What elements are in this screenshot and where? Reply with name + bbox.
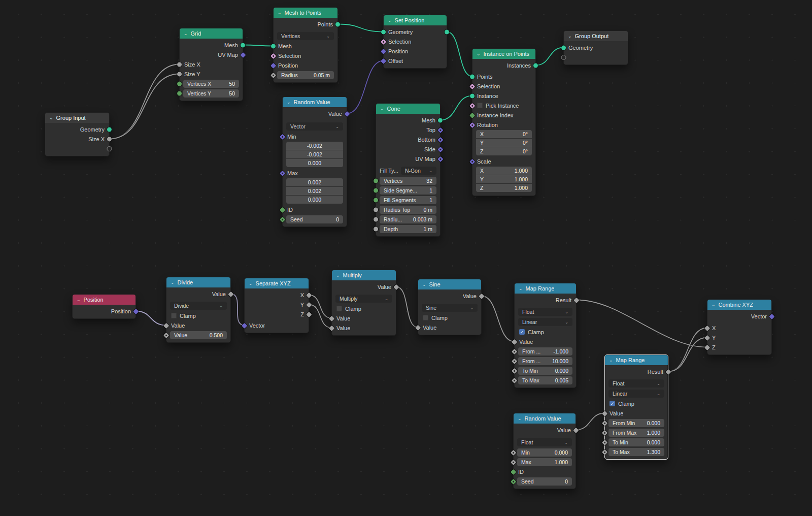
node-pos[interactable]: ⌄PositionPosition — [72, 294, 136, 319]
node-header[interactable]: ⌄Group Output — [564, 31, 628, 41]
node-header[interactable]: ⌄Mesh to Points — [274, 8, 337, 18]
float-socket[interactable] — [177, 62, 182, 67]
virtual-socket[interactable] — [107, 146, 112, 151]
geo-socket[interactable] — [438, 118, 443, 122]
mr1-fmax-field[interactable]: From ...10.000 — [518, 357, 572, 365]
int-socket[interactable] — [469, 112, 475, 118]
stack-field[interactable]: Z0° — [476, 147, 532, 155]
float-socket[interactable] — [163, 322, 169, 328]
int-socket[interactable] — [280, 207, 285, 212]
vec-socket[interactable] — [469, 158, 475, 164]
mr2-clamp-checkbox[interactable]: ✓ — [610, 401, 615, 406]
stack-field[interactable]: 0.002 — [286, 187, 343, 195]
node-cxyz[interactable]: ⌄Combine XYZVectorXYZ — [707, 299, 772, 355]
stack-field[interactable]: 0.000 — [286, 196, 343, 204]
stack-field[interactable]: Y1.000 — [476, 175, 532, 183]
stack-field[interactable]: 0.002 — [286, 178, 343, 186]
stack-field[interactable]: -0.002 — [286, 142, 343, 150]
node-cone[interactable]: ⌄ConeMeshTopBottomSideUV MapFill Ty...N-… — [376, 103, 441, 237]
geo-socket[interactable] — [335, 22, 340, 26]
node-header[interactable]: ⌄Set Position — [384, 15, 447, 25]
mr1-tmax-field[interactable]: To Max0.005 — [518, 376, 572, 384]
mul-op-dropdown[interactable]: Multiply⌄ — [335, 295, 392, 303]
node-header[interactable]: ⌄Separate XYZ — [245, 278, 309, 288]
vec-socket[interactable] — [133, 308, 139, 314]
float-socket[interactable] — [374, 227, 378, 231]
int-socket[interactable] — [511, 478, 516, 484]
float-socket[interactable] — [512, 368, 517, 373]
mr1-interp-dropdown[interactable]: Linear⌄ — [518, 318, 572, 326]
float-socket[interactable] — [704, 335, 710, 340]
node-header[interactable]: ⌄Map Range — [605, 355, 668, 365]
node-sine[interactable]: ⌄SineValueSine⌄ClampValue — [418, 279, 482, 335]
stack-field[interactable]: X0° — [476, 130, 532, 138]
mr1-tmin-field[interactable]: To Min0.000 — [518, 367, 572, 375]
node-grid[interactable]: ⌄GridMeshUV MapSize XSize YVertices X50V… — [179, 28, 243, 101]
virtual-socket[interactable] — [561, 55, 566, 60]
sine-clamp-checkbox[interactable] — [423, 315, 428, 320]
node-header[interactable]: ⌄Multiply — [332, 270, 396, 280]
int-socket[interactable] — [374, 178, 378, 183]
float-socket[interactable] — [479, 293, 484, 299]
rv2-min-field[interactable]: Min0.000 — [517, 448, 572, 457]
node-header[interactable]: ⌄Grid — [180, 28, 243, 39]
node-header[interactable]: ⌄Divide — [166, 277, 230, 287]
cone-rbot-field[interactable]: Radiu...0.003 m — [380, 215, 436, 223]
node-mr2[interactable]: ⌄Map RangeResultFloat⌄Linear⌄✓ClampValue… — [604, 354, 668, 460]
float-socket[interactable] — [107, 137, 112, 141]
vec-socket[interactable] — [381, 48, 386, 54]
float-socket[interactable] — [228, 291, 233, 297]
rv2-seed-field[interactable]: Seed0 — [517, 477, 572, 486]
node-header[interactable]: ⌄Sine — [418, 279, 481, 289]
sine-op-dropdown[interactable]: Sine⌄ — [422, 304, 478, 312]
stack-field[interactable]: X1.000 — [476, 167, 532, 175]
node-mr1[interactable]: ⌄Map RangeResultFloat⌄Linear⌄✓ClampValue… — [514, 283, 577, 388]
float-socket[interactable] — [602, 410, 607, 416]
node-iop[interactable]: ⌄Instance on PointsInstancesPointsSelect… — [472, 48, 536, 196]
vec-socket[interactable] — [437, 146, 443, 152]
cone-sideseg-field[interactable]: Side Segme...1 — [380, 186, 436, 195]
int-socket[interactable] — [511, 469, 516, 474]
float-socket[interactable] — [177, 72, 182, 76]
node-header[interactable]: ⌄Cone — [376, 104, 440, 114]
float-socket[interactable] — [704, 325, 710, 331]
rv2-max-field[interactable]: Max1.000 — [517, 458, 572, 466]
geo-socket[interactable] — [107, 127, 112, 132]
geo-socket[interactable] — [271, 44, 276, 48]
node-gi[interactable]: ⌄Group InputGeometrySize X — [45, 112, 110, 156]
node-rv2[interactable]: ⌄Random ValueValueFloat⌄Min0.000Max1.000… — [513, 413, 576, 489]
mr1-type-dropdown[interactable]: Float⌄ — [518, 308, 572, 316]
geo-socket[interactable] — [470, 74, 475, 79]
rot-socket[interactable] — [469, 122, 475, 127]
node-header[interactable]: ⌄Random Value — [514, 413, 576, 424]
float-socket[interactable] — [393, 284, 399, 289]
vec-socket[interactable] — [242, 322, 247, 328]
int-socket[interactable] — [177, 81, 182, 86]
bool-socket[interactable] — [469, 83, 475, 89]
vec-socket[interactable] — [240, 52, 246, 57]
float-socket[interactable] — [602, 430, 607, 435]
vec-socket[interactable] — [344, 111, 350, 116]
node-header[interactable]: ⌄Instance on Points — [472, 49, 535, 59]
float-socket[interactable] — [602, 420, 607, 426]
vec-socket[interactable] — [270, 62, 276, 68]
node-editor-canvas[interactable]: ⌄Group InputGeometrySize X⌄GridMeshUV Ma… — [0, 0, 812, 516]
int-socket[interactable] — [280, 216, 285, 222]
cone-vertices-field[interactable]: Vertices32 — [380, 177, 436, 185]
float-socket[interactable] — [270, 72, 276, 78]
vec-socket[interactable] — [280, 170, 285, 176]
float-socket[interactable] — [415, 325, 421, 330]
stack-field[interactable]: 0.000 — [286, 159, 343, 167]
float-socket[interactable] — [374, 217, 378, 221]
node-header[interactable]: ⌄Position — [73, 295, 136, 305]
node-header[interactable]: ⌄Random Value — [283, 97, 347, 107]
geo-socket[interactable] — [533, 63, 538, 68]
float-socket[interactable] — [329, 325, 334, 331]
rv2-type-dropdown[interactable]: Float⌄ — [517, 438, 572, 446]
int-socket[interactable] — [374, 188, 378, 192]
stack-field[interactable]: Z1.000 — [476, 184, 532, 192]
bool-socket[interactable] — [469, 103, 475, 108]
stack-field[interactable]: Y0° — [476, 139, 532, 147]
cone-rtop-field[interactable]: Radius Top0 m — [380, 206, 436, 214]
node-header[interactable]: ⌄Combine XYZ — [707, 300, 771, 310]
